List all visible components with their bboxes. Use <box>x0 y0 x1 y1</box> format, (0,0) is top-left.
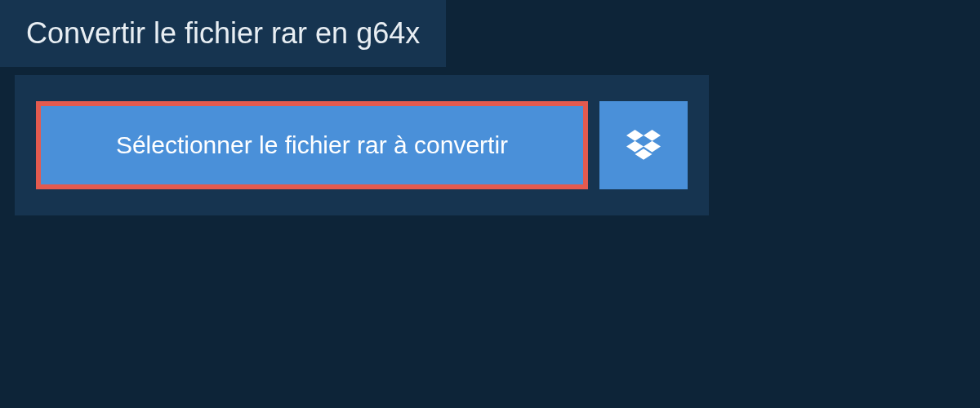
dropbox-button[interactable] <box>599 101 688 189</box>
select-file-label: Sélectionner le fichier rar à convertir <box>116 131 508 159</box>
header-bar: Convertir le fichier rar en g64x <box>0 0 446 67</box>
page-title: Convertir le fichier rar en g64x <box>26 16 420 51</box>
dropbox-icon <box>626 128 661 162</box>
upload-panel: Sélectionner le fichier rar à convertir <box>15 75 709 215</box>
button-row: Sélectionner le fichier rar à convertir <box>36 101 688 189</box>
select-file-button[interactable]: Sélectionner le fichier rar à convertir <box>36 101 588 189</box>
